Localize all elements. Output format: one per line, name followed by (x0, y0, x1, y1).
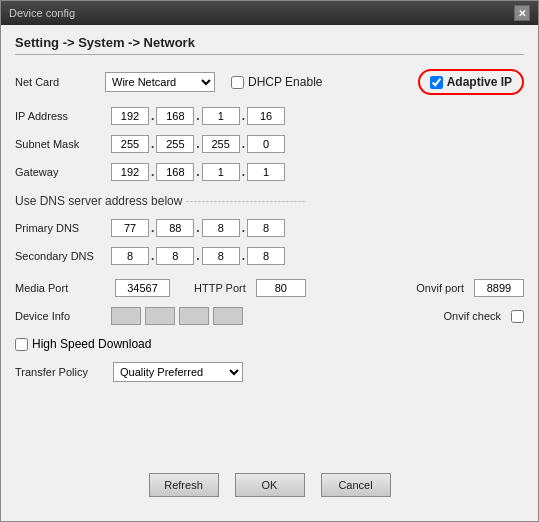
ip-octet-1[interactable] (111, 107, 149, 125)
subnet-octet-4[interactable] (247, 135, 285, 153)
title-bar: Device config ✕ (1, 1, 538, 25)
adaptive-ip-label: Adaptive IP (447, 75, 512, 89)
ip-address-group: . . . (111, 107, 285, 125)
gateway-label: Gateway (15, 166, 105, 178)
onvif-check-checkbox[interactable] (511, 310, 524, 323)
secondary-dns-octet-3[interactable] (202, 247, 240, 265)
http-port-input[interactable] (256, 279, 306, 297)
dns-section-label: Use DNS server address below -----------… (15, 194, 305, 208)
onvif-port-label: Onvif port (416, 282, 464, 294)
ip-octet-2[interactable] (156, 107, 194, 125)
transfer-policy-row: Transfer Policy Quality Preferred Fluenc… (15, 361, 524, 383)
secondary-dns-octet-4[interactable] (247, 247, 285, 265)
dhcp-checkbox-label: DHCP Enable (231, 75, 322, 89)
subnet-octet-2[interactable] (156, 135, 194, 153)
device-info-row: Device Info Onvif check (15, 305, 524, 327)
dialog-content: Setting -> System -> Network Net Card Wi… (1, 25, 538, 521)
device-info-boxes (111, 307, 243, 325)
onvif-check-label: Onvif check (444, 310, 501, 322)
ip-address-label: IP Address (15, 110, 105, 122)
dialog-window: Device config ✕ Setting -> System -> Net… (0, 0, 539, 522)
ip-octet-3[interactable] (202, 107, 240, 125)
secondary-dns-group: . . . (111, 247, 285, 265)
breadcrumb: Setting -> System -> Network (15, 35, 524, 55)
dhcp-checkbox[interactable] (231, 76, 244, 89)
secondary-dns-label: Secondary DNS (15, 250, 105, 262)
netcard-row: Net Card Wire Netcard Wireless DHCP Enab… (15, 69, 524, 95)
refresh-button[interactable]: Refresh (149, 473, 219, 497)
gateway-group: . . . (111, 163, 285, 181)
device-box-4 (213, 307, 243, 325)
primary-dns-octet-1[interactable] (111, 219, 149, 237)
adaptive-ip-box: Adaptive IP (418, 69, 524, 95)
primary-dns-octet-3[interactable] (202, 219, 240, 237)
secondary-dns-row: Secondary DNS . . . (15, 245, 524, 267)
subnet-mask-group: . . . (111, 135, 285, 153)
device-info-label: Device Info (15, 310, 105, 322)
dialog-title: Device config (9, 7, 75, 19)
port-row: Media Port HTTP Port Onvif port (15, 277, 524, 299)
netcard-select[interactable]: Wire Netcard Wireless (105, 72, 215, 92)
subnet-octet-1[interactable] (111, 135, 149, 153)
ok-button[interactable]: OK (235, 473, 305, 497)
primary-dns-group: . . . (111, 219, 285, 237)
primary-dns-octet-4[interactable] (247, 219, 285, 237)
primary-dns-octet-2[interactable] (156, 219, 194, 237)
gateway-octet-2[interactable] (156, 163, 194, 181)
dns-section-row: Use DNS server address below -----------… (15, 189, 524, 211)
high-speed-row: High Speed Download (15, 333, 524, 355)
http-port-label: HTTP Port (194, 282, 246, 294)
device-box-2 (145, 307, 175, 325)
gateway-row: Gateway . . . (15, 161, 524, 183)
ip-address-row: IP Address . . . (15, 105, 524, 127)
secondary-dns-octet-1[interactable] (111, 247, 149, 265)
cancel-button[interactable]: Cancel (321, 473, 391, 497)
gateway-octet-4[interactable] (247, 163, 285, 181)
device-box-3 (179, 307, 209, 325)
subnet-mask-row: Subnet Mask . . . (15, 133, 524, 155)
secondary-dns-octet-2[interactable] (156, 247, 194, 265)
netcard-label: Net Card (15, 76, 105, 88)
primary-dns-label: Primary DNS (15, 222, 105, 234)
device-box-1 (111, 307, 141, 325)
ip-octet-4[interactable] (247, 107, 285, 125)
media-port-label: Media Port (15, 282, 105, 294)
subnet-octet-3[interactable] (202, 135, 240, 153)
onvif-port-input[interactable] (474, 279, 524, 297)
transfer-policy-label: Transfer Policy (15, 366, 105, 378)
gateway-octet-1[interactable] (111, 163, 149, 181)
button-row: Refresh OK Cancel (15, 463, 524, 511)
media-port-input[interactable] (115, 279, 170, 297)
gateway-octet-3[interactable] (202, 163, 240, 181)
primary-dns-row: Primary DNS . . . (15, 217, 524, 239)
subnet-mask-label: Subnet Mask (15, 138, 105, 150)
high-speed-label: High Speed Download (32, 337, 151, 351)
close-button[interactable]: ✕ (514, 5, 530, 21)
transfer-policy-select[interactable]: Quality Preferred Fluency Preferred Auto (113, 362, 243, 382)
high-speed-checkbox[interactable] (15, 338, 28, 351)
adaptive-ip-checkbox[interactable] (430, 76, 443, 89)
